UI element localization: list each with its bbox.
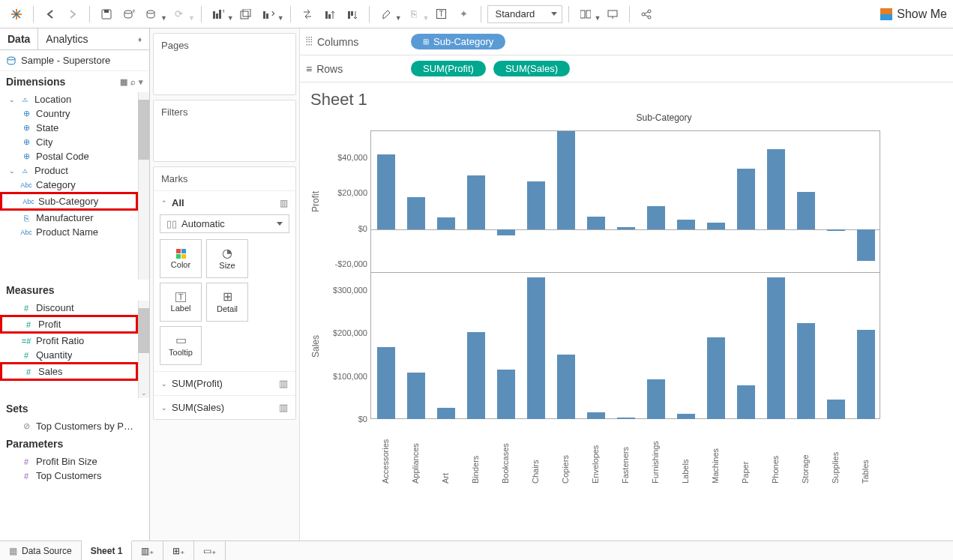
bar[interactable]	[797, 323, 815, 419]
fit-select[interactable]: Standard	[487, 5, 562, 23]
bar[interactable]	[767, 149, 785, 229]
auto-update-icon[interactable]: ⟳	[169, 4, 190, 25]
pill-subcategory[interactable]: ⊞Sub-Category	[411, 34, 505, 49]
marks-type-select[interactable]: ▯▯ Automatic	[160, 214, 289, 233]
label-icon[interactable]: T	[431, 4, 452, 25]
presentation-icon[interactable]	[602, 4, 623, 25]
bar[interactable]	[467, 175, 485, 229]
new-worksheet-button[interactable]: ▥₊	[132, 541, 163, 560]
save-icon[interactable]	[96, 4, 117, 25]
rows-shelf[interactable]: ≡Rows SUM(Profit) SUM(Sales)	[300, 55, 953, 82]
view-icon[interactable]: ▦	[120, 77, 127, 87]
datasource-row[interactable]: Sample - Superstore	[0, 50, 149, 71]
bar[interactable]	[407, 373, 425, 419]
meas-quantity[interactable]: #Quantity	[0, 348, 138, 362]
bar[interactable]	[617, 227, 635, 229]
bar[interactable]	[857, 229, 875, 262]
new-story-button[interactable]: ▭₊	[194, 541, 226, 560]
bar[interactable]	[437, 408, 455, 419]
bar[interactable]	[767, 277, 785, 419]
set-topcustomers[interactable]: ⊘Top Customers by P…	[0, 419, 149, 433]
bar[interactable]	[407, 197, 425, 229]
dim-postalcode[interactable]: ⊕Postal Code	[0, 149, 138, 163]
dim-city[interactable]: ⊕City	[0, 135, 138, 149]
meas-sales[interactable]: #Sales	[0, 362, 138, 381]
new-datasource-icon[interactable]: +	[118, 4, 139, 25]
swap-rows-cols-icon[interactable]	[297, 4, 318, 25]
tab-sheet1[interactable]: Sheet 1	[82, 541, 133, 560]
pill-sum-sales[interactable]: SUM(Sales)	[493, 61, 570, 76]
tab-analytics[interactable]: Analytics♦	[38, 28, 149, 49]
marks-size[interactable]: ◔Size	[206, 239, 248, 278]
marks-sum-sales[interactable]: ⌄SUM(Sales)▥	[154, 395, 295, 419]
bar[interactable]	[857, 330, 875, 419]
scrollbar[interactable]: ⌄	[138, 301, 149, 398]
param-topcustomers[interactable]: #Top Customers	[0, 469, 149, 483]
bar[interactable]	[497, 229, 515, 235]
refresh-data-icon[interactable]	[141, 4, 162, 25]
bar[interactable]	[677, 414, 695, 419]
meas-discount[interactable]: #Discount	[0, 301, 138, 315]
bar[interactable]	[497, 370, 515, 419]
dim-country[interactable]: ⊕Country	[0, 106, 138, 121]
duplicate-sheet-icon[interactable]	[235, 4, 256, 25]
dim-group-product[interactable]: ⌄ஃProduct	[0, 163, 138, 178]
marks-sum-profit[interactable]: ⌄SUM(Profit)▥	[154, 371, 295, 395]
logo-icon[interactable]	[6, 4, 27, 25]
sheet-title[interactable]: Sheet 1	[310, 90, 943, 109]
pages-shelf[interactable]: Pages	[153, 33, 296, 95]
bar[interactable]	[647, 206, 665, 229]
scrollbar[interactable]	[138, 92, 149, 280]
columns-shelf[interactable]: ⦙⦙⦙Columns ⊞Sub-Category	[300, 28, 953, 55]
tab-data[interactable]: Data	[0, 28, 38, 49]
new-worksheet-icon[interactable]: +	[208, 4, 229, 25]
forward-button[interactable]	[62, 4, 83, 25]
back-button[interactable]	[40, 4, 61, 25]
bar[interactable]	[737, 169, 755, 229]
dim-category[interactable]: AbcCategory	[0, 178, 138, 192]
dim-productname[interactable]: AbcProduct Name	[0, 225, 138, 239]
highlight-icon[interactable]	[376, 4, 397, 25]
param-profitbin[interactable]: #Profit Bin Size	[0, 454, 149, 469]
marks-label[interactable]: TLabel	[160, 283, 202, 322]
new-dashboard-button[interactable]: ⊞₊	[163, 541, 194, 560]
marks-tooltip[interactable]: ▭Tooltip	[160, 326, 202, 365]
bar[interactable]	[377, 347, 395, 419]
filters-shelf[interactable]: Filters	[153, 100, 296, 162]
bar[interactable]	[827, 229, 845, 231]
bar[interactable]	[557, 131, 575, 229]
bar[interactable]	[527, 181, 545, 229]
marks-detail[interactable]: ⊞Detail	[206, 283, 248, 322]
meas-profitratio[interactable]: =#Profit Ratio	[0, 334, 138, 348]
marks-color[interactable]: Color	[160, 239, 202, 278]
bar[interactable]	[737, 385, 755, 419]
dim-group-location[interactable]: ⌄ஃLocation	[0, 92, 138, 106]
bar[interactable]	[587, 217, 605, 229]
dim-state[interactable]: ⊕State	[0, 121, 138, 135]
tab-datasource[interactable]: ▦Data Source	[0, 541, 82, 560]
clear-sheet-icon[interactable]: ✕	[258, 4, 279, 25]
marks-all-row[interactable]: ⌃All▥	[154, 190, 295, 214]
bar[interactable]	[527, 277, 545, 419]
meas-profit[interactable]: #Profit	[0, 315, 138, 334]
sort-desc-icon[interactable]	[342, 4, 363, 25]
cards-icon[interactable]	[575, 4, 596, 25]
attach-icon[interactable]: ⎘	[403, 4, 424, 25]
bar[interactable]	[467, 332, 485, 419]
show-me-button[interactable]: Show Me	[880, 7, 947, 21]
bar[interactable]	[647, 379, 665, 419]
bar[interactable]	[557, 355, 575, 419]
pin-icon[interactable]: ✦	[454, 4, 475, 25]
bar[interactable]	[797, 192, 815, 229]
dim-subcategory[interactable]: AbcSub-Category	[0, 192, 138, 211]
dim-manufacturer[interactable]: ⎘Manufacturer	[0, 211, 138, 225]
pill-sum-profit[interactable]: SUM(Profit)	[411, 61, 486, 76]
bar[interactable]	[437, 217, 455, 229]
bar[interactable]	[377, 154, 395, 229]
bar[interactable]	[827, 400, 845, 419]
bar[interactable]	[707, 223, 725, 229]
sort-asc-icon[interactable]	[319, 4, 340, 25]
bar[interactable]	[707, 337, 725, 419]
menu-icon[interactable]: ▾	[139, 77, 143, 87]
share-icon[interactable]	[636, 4, 657, 25]
